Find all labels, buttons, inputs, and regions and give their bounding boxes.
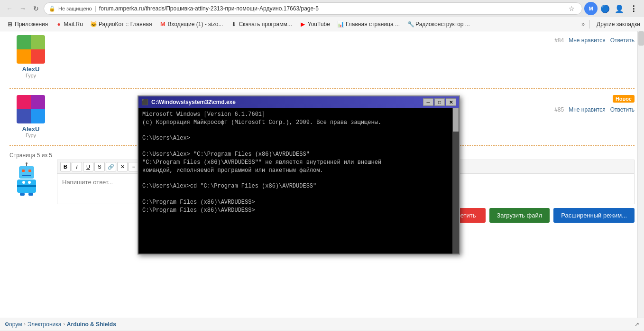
avatar-q4	[31, 49, 45, 64]
avatar-q2	[31, 35, 45, 49]
divider-1	[9, 88, 635, 89]
svg-rect-0	[19, 166, 34, 179]
post2-username[interactable]: AlexU	[9, 125, 52, 132]
bookmarks-bar: ⊞ Приложения ● Mail.Ru 🐱 РадиоКот :: Гла…	[0, 17, 644, 31]
post1-avatar-image	[17, 35, 45, 64]
bookmark-main[interactable]: 📊 Главная страница ...	[335, 19, 403, 29]
post1-num: #84	[554, 37, 564, 44]
post2-avatar-q1	[17, 95, 31, 109]
bookmark-radioconstructor-label: Радиоконструктор ...	[415, 21, 470, 28]
pagination-text: Страница 5 из 5	[9, 152, 52, 159]
breadcrumb-sep-2: ›	[63, 322, 64, 327]
bookmark-radiokot-label: РадиоКот :: Главная	[99, 21, 152, 28]
post2-like-btn[interactable]: Мне нравится	[569, 106, 606, 113]
robot-avatar	[13, 162, 39, 196]
reload-button[interactable]: ↻	[30, 3, 42, 14]
post2-avatar-image	[17, 95, 45, 123]
svg-point-4	[26, 162, 28, 164]
avatar-q3	[17, 49, 31, 64]
bookmark-radiokot[interactable]: 🐱 РадиоКот :: Главная	[88, 19, 155, 29]
bookmark-mail-label: Mail.Ru	[64, 21, 83, 28]
extension-blue-button[interactable]: 🔵	[598, 2, 612, 15]
address-bar[interactable]: 🔓 Не защищено | forum.amperka.ru/threads…	[44, 2, 582, 15]
radioconstructor-icon: 🔧	[407, 21, 414, 28]
post1-like-btn[interactable]: Мне нравится	[569, 37, 606, 44]
cmd-line-7: "C:\Program Files (x86)\AVRDUDESS"" не я…	[142, 159, 449, 167]
bookmark-download-label: Скачать программ...	[239, 21, 292, 28]
breadcrumb-bar: Форум › Электроника › Arduino & Shields …	[0, 318, 644, 330]
cmd-text: Microsoft Windows [Version 6.1.7601] (с)…	[142, 111, 455, 214]
post1-avatar-area: AlexU Гуру	[9, 35, 52, 78]
forward-button[interactable]: →	[17, 3, 28, 14]
download-icon: ⬇	[230, 21, 237, 28]
svg-point-8	[22, 181, 25, 184]
cmd-close-button[interactable]: ✕	[446, 98, 456, 106]
cmd-line-1: Microsoft Windows [Version 6.1.7601]	[142, 111, 449, 119]
breadcrumb-sep-1: ›	[24, 322, 25, 327]
cmd-scrollbar[interactable]	[452, 108, 459, 254]
bookmark-main-label: Главная страница ...	[346, 21, 400, 28]
back-button[interactable]: ←	[4, 3, 15, 14]
bookmark-apps[interactable]: ⊞ Приложения	[4, 19, 51, 29]
cmd-line-12: C:\Program Files (x86)\AVRDUDESS>	[142, 199, 449, 207]
post1-username[interactable]: AlexU	[9, 66, 52, 73]
upload-button[interactable]: Загрузить файл	[489, 208, 550, 223]
breadcrumb-arduino[interactable]: Arduino & Shields	[67, 321, 116, 328]
bookmark-youtube[interactable]: ▶ YouTube	[297, 19, 333, 29]
cmd-line-3	[142, 127, 449, 135]
post2-reply-btn[interactable]: Ответить	[610, 106, 635, 113]
cmd-line-13: C:\Program Files (x86)\AVRDUDESS>	[142, 207, 449, 215]
bookmark-inbox[interactable]: M Входящие (1) - sizo...	[156, 19, 226, 29]
extension-m-button[interactable]: M	[584, 2, 598, 15]
breadcrumb-electronics[interactable]: Электроника	[28, 321, 62, 328]
radiokot-icon: 🐱	[91, 21, 97, 28]
post1-content: #84 Мне нравится Ответить	[59, 35, 635, 78]
other-bookmarks-label[interactable]: Другие закладки	[597, 21, 640, 28]
profile-button[interactable]: 👤	[613, 2, 626, 15]
cmd-line-8: командой, исполняемой программой или пак…	[142, 167, 449, 175]
cmd-content-area: Microsoft Windows [Version 6.1.7601] (с)…	[138, 108, 459, 254]
cmd-line-2: (с) Корпорация Майкрософт (Microsoft Cor…	[142, 119, 449, 127]
svg-rect-7	[17, 185, 36, 187]
apps-icon: ⊞	[7, 21, 13, 28]
browser-window: ← → ↻ 🔓 Не защищено | forum.amperka.ru/t…	[0, 0, 644, 331]
post2-avatar-q2	[31, 95, 45, 109]
browser-action-buttons: M 🔵 👤 ⋮	[584, 2, 640, 15]
post2-avatar	[17, 95, 45, 123]
svg-rect-5	[22, 175, 31, 176]
toolbar-italic[interactable]: I	[72, 162, 82, 171]
cmd-maximize-button[interactable]: □	[434, 98, 445, 106]
toolbar-link[interactable]: 🔗	[106, 162, 116, 171]
bookmark-star-icon[interactable]: ☆	[566, 3, 577, 14]
cmd-line-11	[142, 190, 449, 199]
post1-avatar	[17, 35, 45, 64]
inbox-icon: M	[159, 21, 166, 28]
main-icon: 📊	[338, 21, 344, 28]
new-badge: Новое	[613, 95, 635, 103]
bookmark-download[interactable]: ⬇ Скачать программ...	[228, 19, 294, 29]
post2-rank: Гуру	[9, 132, 52, 138]
url-text: forum.amperka.ru/threads/Прошивка-attiny…	[99, 5, 563, 12]
cmd-minimize-button[interactable]: ─	[423, 98, 433, 106]
bookmarks-more-button[interactable]: »	[581, 21, 585, 28]
post2-num: #85	[554, 106, 564, 113]
menu-button[interactable]: ⋮	[627, 2, 640, 15]
toolbar-unlink[interactable]: ✕	[117, 162, 128, 171]
toolbar-strikethrough[interactable]: S	[94, 162, 105, 171]
nav-bar: ← → ↻ 🔓 Не защищено | forum.amperka.ru/t…	[0, 0, 644, 17]
advanced-button[interactable]: Расширенный режим...	[553, 208, 635, 223]
bookmark-mail[interactable]: ● Mail.Ru	[53, 19, 86, 29]
post1-reply-btn[interactable]: Ответить	[610, 37, 635, 44]
breadcrumb-expand-icon[interactable]: ↗	[635, 321, 639, 328]
bookmark-inbox-label: Входящие (1) - sizo...	[167, 21, 223, 28]
toolbar-underline[interactable]: U	[83, 162, 93, 171]
post2-avatar-area: AlexU Гуру	[9, 95, 52, 138]
reply-avatar-area	[5, 160, 47, 227]
toolbar-bold[interactable]: B	[60, 162, 71, 171]
svg-rect-10	[20, 193, 25, 196]
bookmark-apps-label: Приложения	[15, 21, 48, 28]
page-scrollbar[interactable]	[637, 31, 644, 330]
breadcrumb-forum[interactable]: Форум	[5, 321, 22, 328]
bookmark-youtube-label: YouTube	[308, 21, 330, 28]
bookmark-radioconstructor[interactable]: 🔧 Радиоконструктор ...	[405, 19, 473, 29]
